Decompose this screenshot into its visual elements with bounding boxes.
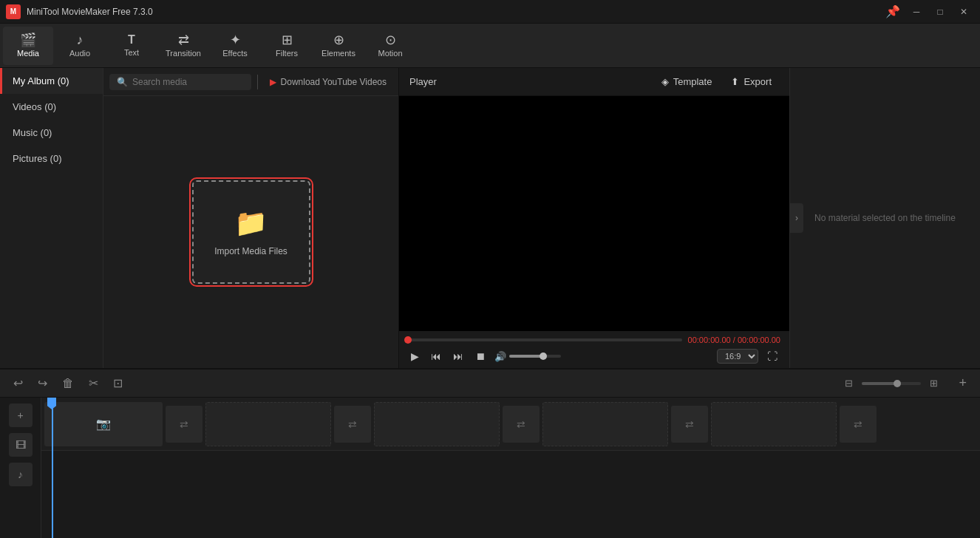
- video-clip-1[interactable]: 📷: [44, 402, 163, 446]
- title-bar-left: M MiniTool MovieMaker Free 7.3.0: [6, 4, 153, 19]
- media-section: My Album (0) Videos (0) Music (0) Pictur…: [0, 68, 398, 368]
- toolbar-motion[interactable]: ⊙ Motion: [365, 27, 415, 65]
- search-media-area[interactable]: 🔍 Search media: [109, 74, 251, 90]
- toolbar-elements[interactable]: ⊕ Elements: [313, 27, 364, 65]
- sidebar: My Album (0) Videos (0) Music (0) Pictur…: [0, 68, 103, 368]
- empty-clip-4: [711, 402, 837, 446]
- media-panel-toolbar: 🔍 Search media ▶ Download YouTube Videos: [103, 68, 398, 96]
- download-youtube-label: Download YouTube Videos: [281, 77, 387, 87]
- audio-label: Audio: [69, 49, 90, 58]
- text-label: Text: [124, 48, 139, 57]
- sidebar-item-videos[interactable]: Videos (0): [0, 94, 103, 120]
- toolbar-text[interactable]: T Text: [106, 27, 157, 65]
- right-panel: › No material selected on the timeline: [789, 68, 980, 368]
- video-preview: [399, 96, 789, 331]
- export-button[interactable]: ⬆ Export: [724, 73, 779, 90]
- text-icon: T: [128, 34, 135, 46]
- main-toolbar: 🎬 Media ♪ Audio T Text ⇄ Transition ✦ Ef…: [0, 24, 980, 68]
- volume-bar[interactable]: [509, 355, 561, 358]
- sidebar-item-music[interactable]: Music (0): [0, 120, 103, 146]
- progress-bar[interactable]: [408, 338, 682, 341]
- transition-icon-3: ⇄: [517, 418, 525, 430]
- pin-button[interactable]: 📌: [882, 4, 903, 20]
- template-label: Template: [673, 76, 712, 87]
- time-total: 00:00:00.00: [738, 336, 780, 344]
- zoom-out-icon[interactable]: ⊟: [840, 375, 857, 392]
- timeline-body: + 🎞 ♪ 📷 ⇄ ⇄ ⇄: [0, 398, 980, 538]
- template-icon: ◈: [661, 76, 669, 87]
- add-media-track-button[interactable]: +: [9, 404, 33, 427]
- player-title: Player: [409, 76, 437, 87]
- volume-icon: 🔊: [494, 351, 506, 362]
- transition-2[interactable]: ⇄: [334, 406, 371, 443]
- play-button[interactable]: ▶: [408, 349, 422, 364]
- toolbar-audio[interactable]: ♪ Audio: [55, 27, 105, 65]
- transition-icon: ⇄: [178, 33, 189, 47]
- zoom-slider[interactable]: [862, 382, 921, 385]
- download-youtube-button[interactable]: ▶ Download YouTube Videos: [264, 74, 392, 90]
- time-separator: /: [731, 336, 738, 344]
- redo-button[interactable]: ↪: [33, 373, 52, 393]
- cut-button[interactable]: ✂: [84, 373, 103, 393]
- motion-label: Motion: [378, 49, 402, 58]
- zoom-dot: [894, 380, 901, 387]
- sidebar-item-pictures[interactable]: Pictures (0): [0, 146, 103, 171]
- transition-5[interactable]: ⇄: [840, 406, 877, 443]
- zoom-fill: [862, 382, 897, 385]
- transition-4[interactable]: ⇄: [671, 406, 708, 443]
- maximize-button[interactable]: □: [930, 4, 950, 20]
- youtube-icon: ▶: [270, 77, 276, 87]
- media-content-area: 📁 Import Media Files: [103, 96, 398, 368]
- left-panel: My Album (0) Videos (0) Music (0) Pictur…: [0, 68, 399, 368]
- sidebar-item-my-album[interactable]: My Album (0): [0, 68, 103, 94]
- zoom-controls: ⊟ ⊞: [840, 375, 942, 392]
- fullscreen-button[interactable]: ⛶: [764, 349, 780, 364]
- transition-label: Transition: [166, 49, 201, 58]
- player-controls: 00:00:00.00 / 00:00:00.00 ▶ ⏮ ⏭ ⏹ 🔊 16:9: [399, 331, 789, 368]
- controls-row: ▶ ⏮ ⏭ ⏹ 🔊 16:9 4:3 1:1 9:16: [408, 349, 780, 364]
- timeline-tracks: 📷 ⇄ ⇄ ⇄ ⇄ ⇄: [41, 398, 980, 538]
- add-track-button[interactable]: +: [954, 372, 971, 394]
- elements-icon: ⊕: [333, 33, 344, 47]
- volume-fill: [509, 355, 543, 358]
- close-button[interactable]: ✕: [953, 4, 974, 20]
- transition-3[interactable]: ⇄: [503, 406, 540, 443]
- transition-1[interactable]: ⇄: [166, 406, 203, 443]
- search-icon: 🔍: [117, 77, 128, 87]
- empty-clip-3: [542, 402, 668, 446]
- next-button[interactable]: ⏭: [450, 349, 466, 364]
- elements-label: Elements: [321, 49, 355, 58]
- transition-icon-5: ⇄: [854, 418, 862, 430]
- right-panel-toggle[interactable]: ›: [790, 203, 803, 233]
- transition-icon-1: ⇄: [180, 418, 188, 430]
- media-panel: 🔍 Search media ▶ Download YouTube Videos…: [103, 68, 398, 368]
- stop-button[interactable]: ⏹: [472, 349, 489, 364]
- folder-icon: 📁: [234, 208, 268, 239]
- delete-button[interactable]: 🗑: [58, 374, 78, 393]
- toolbar-effects[interactable]: ✦ Effects: [210, 27, 260, 65]
- title-bar-controls: 📌 ─ □ ✕: [882, 4, 974, 20]
- empty-clip-2: [374, 402, 500, 446]
- toolbar-transition[interactable]: ⇄ Transition: [158, 27, 208, 65]
- time-current: 00:00:00.00: [688, 336, 731, 344]
- audio-track-icon[interactable]: ♪: [9, 463, 33, 486]
- undo-button[interactable]: ↩: [9, 373, 27, 393]
- volume-dot: [540, 353, 547, 360]
- template-button[interactable]: ◈ Template: [661, 76, 712, 87]
- main-content: My Album (0) Videos (0) Music (0) Pictur…: [0, 68, 980, 368]
- transition-icon-2: ⇄: [348, 418, 357, 430]
- minimize-button[interactable]: ─: [906, 4, 927, 20]
- media-label: Media: [17, 49, 39, 58]
- toolbar-media[interactable]: 🎬 Media: [3, 27, 53, 65]
- prev-button[interactable]: ⏮: [428, 349, 444, 364]
- progress-bar-area[interactable]: 00:00:00.00 / 00:00:00.00: [408, 336, 780, 344]
- crop-button[interactable]: ⊡: [109, 373, 127, 393]
- timeline-tracks-panel: + 🎞 ♪: [0, 398, 41, 538]
- player-header-right: ◈ Template ⬆ Export: [661, 73, 779, 90]
- volume-control[interactable]: 🔊: [494, 351, 561, 362]
- video-track-icon[interactable]: 🎞: [9, 433, 33, 457]
- aspect-ratio-select[interactable]: 16:9 4:3 1:1 9:16: [717, 349, 758, 364]
- zoom-in-icon[interactable]: ⊞: [925, 375, 942, 392]
- toolbar-filters[interactable]: ⊞ Filters: [262, 27, 312, 65]
- import-media-box[interactable]: 📁 Import Media Files: [192, 180, 310, 284]
